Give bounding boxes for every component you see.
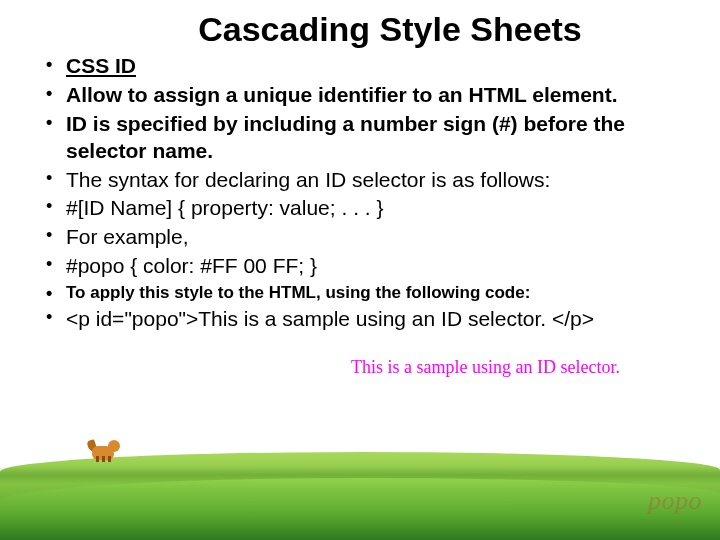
bullet-unique-identifier: Allow to assign a unique identifier to a…	[46, 82, 690, 109]
sample-output-text: This is a sample using an ID selector.	[30, 357, 690, 378]
slide-title: Cascading Style Sheets	[30, 10, 690, 49]
animal-icon	[88, 432, 124, 462]
bullet-syntax-template: #[ID Name] { property: value; . . . }	[46, 195, 690, 222]
bullet-html-code: <p id="popo">This is a sample using an I…	[46, 306, 690, 333]
bullet-apply-html: To apply this style to the HTML, using t…	[46, 282, 690, 304]
bullet-syntax-intro: The syntax for declaring an ID selector …	[46, 167, 690, 194]
bullet-list: CSS ID Allow to assign a unique identifi…	[30, 53, 690, 333]
slide-content: Cascading Style Sheets CSS ID Allow to a…	[0, 0, 720, 378]
bullet-css-id: CSS ID	[46, 53, 690, 80]
watermark-text: popo	[648, 486, 702, 516]
bullet-example-rule: #popo { color: #FF 00 FF; }	[46, 253, 690, 280]
bullet-for-example: For example,	[46, 224, 690, 251]
bullet-number-sign: ID is specified by including a number si…	[46, 111, 690, 165]
